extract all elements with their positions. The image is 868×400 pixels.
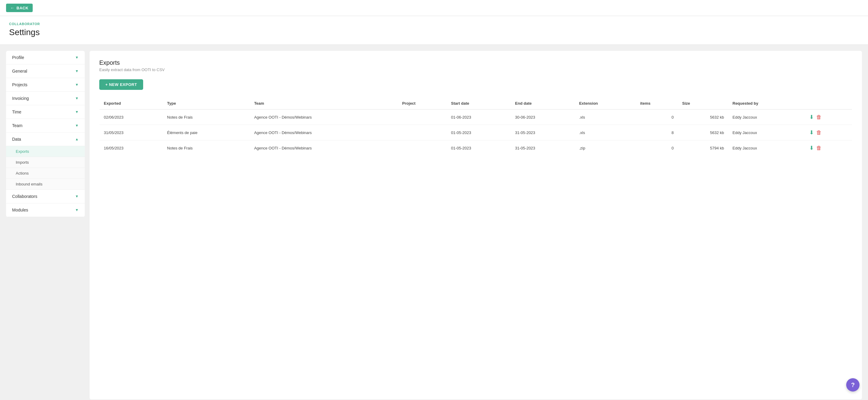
cell-exported: 31/05/2023 xyxy=(100,125,163,141)
sidebar-item-label: Collaborators xyxy=(12,194,37,199)
cell-exported: 02/06/2023 xyxy=(100,110,163,125)
data-subitems: Exports Imports Actions Inbound emails xyxy=(6,146,85,190)
cell-start-date: 01-05-2023 xyxy=(447,125,511,141)
cell-size: 5632 kb xyxy=(678,110,728,125)
help-button[interactable]: ? xyxy=(846,378,860,392)
sidebar-item-label: Profile xyxy=(12,55,24,60)
sidebar-item-modules[interactable]: Modules ▼ xyxy=(6,203,85,217)
sidebar-subitem-imports[interactable]: Imports xyxy=(6,157,85,168)
new-export-button[interactable]: + NEW EXPORT xyxy=(99,79,143,90)
breadcrumb: COLLABORATOR xyxy=(9,22,859,26)
chevron-down-icon: ▼ xyxy=(75,208,79,212)
col-size: Size xyxy=(678,97,728,110)
sidebar-item-label: Team xyxy=(12,123,22,128)
cell-items: 0 xyxy=(636,110,678,125)
chevron-down-icon: ▼ xyxy=(75,110,79,114)
cell-type: Notes de Frais xyxy=(163,110,250,125)
cell-team: Agence OOTI - Démos/Webinars xyxy=(250,125,398,141)
cell-end-date: 31-05-2023 xyxy=(511,141,575,156)
delete-icon[interactable]: 🗑 xyxy=(816,129,822,136)
sidebar-item-general[interactable]: General ▼ xyxy=(6,64,85,78)
main-content: Exports Easily extract data from OOTI to… xyxy=(90,51,862,399)
cell-size: 5632 kb xyxy=(678,125,728,141)
sidebar-item-profile[interactable]: Profile ▼ xyxy=(6,51,85,64)
top-bar: ← BACK xyxy=(0,0,868,16)
page-header: COLLABORATOR Settings xyxy=(0,16,868,45)
chevron-down-icon: ▼ xyxy=(75,69,79,73)
cell-row-actions: ⬇ 🗑 xyxy=(805,110,852,125)
back-button[interactable]: ← BACK xyxy=(6,4,33,12)
sidebar-item-label: Data xyxy=(12,137,21,142)
sidebar-item-label: Projects xyxy=(12,82,28,87)
col-actions xyxy=(805,97,852,110)
cell-start-date: 01-05-2023 xyxy=(447,141,511,156)
sidebar-subitem-exports[interactable]: Exports xyxy=(6,146,85,157)
download-icon[interactable]: ⬇ xyxy=(809,129,814,136)
col-extension: Extension xyxy=(575,97,636,110)
chevron-down-icon: ▼ xyxy=(75,194,79,198)
exports-table: Exported Type Team Project Start date En… xyxy=(99,97,852,156)
back-arrow-icon: ← xyxy=(10,5,15,10)
cell-requested-by: Eddy Jaccoux xyxy=(728,141,805,156)
cell-items: 8 xyxy=(636,125,678,141)
col-project: Project xyxy=(398,97,447,110)
chevron-up-icon: ▲ xyxy=(75,137,79,141)
chevron-down-icon: ▼ xyxy=(75,96,79,100)
download-icon[interactable]: ⬇ xyxy=(809,145,814,151)
cell-end-date: 31-05-2023 xyxy=(511,125,575,141)
page-title: Settings xyxy=(9,28,859,37)
table-row: 16/05/2023 Notes de Frais Agence OOTI - … xyxy=(100,141,852,156)
sidebar-item-data[interactable]: Data ▲ xyxy=(6,132,85,146)
col-start-date: Start date xyxy=(447,97,511,110)
col-requested-by: Requested by xyxy=(728,97,805,110)
col-team: Team xyxy=(250,97,398,110)
sidebar-item-label: Modules xyxy=(12,208,28,212)
table-row: 02/06/2023 Notes de Frais Agence OOTI - … xyxy=(100,110,852,125)
sidebar-item-team[interactable]: Team ▼ xyxy=(6,119,85,132)
section-subtitle: Easily extract data from OOTI to CSV xyxy=(99,67,852,72)
cell-exported: 16/05/2023 xyxy=(100,141,163,156)
sidebar-item-time[interactable]: Time ▼ xyxy=(6,105,85,119)
cell-team: Agence OOTI - Démos/Webinars xyxy=(250,141,398,156)
cell-start-date: 01-06-2023 xyxy=(447,110,511,125)
sidebar-subitem-actions[interactable]: Actions xyxy=(6,168,85,179)
cell-type: Éléments de paie xyxy=(163,125,250,141)
chevron-down-icon: ▼ xyxy=(75,55,79,60)
sidebar-item-label: General xyxy=(12,69,27,73)
sidebar-item-invoicing[interactable]: Invoicing ▼ xyxy=(6,92,85,105)
col-end-date: End date xyxy=(511,97,575,110)
sidebar-item-label: Invoicing xyxy=(12,96,29,101)
cell-project xyxy=(398,141,447,156)
chevron-down-icon: ▼ xyxy=(75,123,79,128)
table-row: 31/05/2023 Éléments de paie Agence OOTI … xyxy=(100,125,852,141)
main-layout: Profile ▼ General ▼ Projects ▼ Invoicing… xyxy=(0,45,868,400)
cell-end-date: 30-06-2023 xyxy=(511,110,575,125)
sidebar: Profile ▼ General ▼ Projects ▼ Invoicing… xyxy=(6,51,85,217)
cell-requested-by: Eddy Jaccoux xyxy=(728,110,805,125)
cell-type: Notes de Frais xyxy=(163,141,250,156)
col-items: items xyxy=(636,97,678,110)
cell-row-actions: ⬇ 🗑 xyxy=(805,125,852,141)
cell-size: 5794 kb xyxy=(678,141,728,156)
cell-items: 0 xyxy=(636,141,678,156)
sidebar-item-projects[interactable]: Projects ▼ xyxy=(6,78,85,92)
col-exported: Exported xyxy=(100,97,163,110)
delete-icon[interactable]: 🗑 xyxy=(816,145,822,151)
download-icon[interactable]: ⬇ xyxy=(809,114,814,120)
chevron-down-icon: ▼ xyxy=(75,83,79,87)
delete-icon[interactable]: 🗑 xyxy=(816,114,822,120)
sidebar-item-collaborators[interactable]: Collaborators ▼ xyxy=(6,190,85,203)
sidebar-subitem-inbound-emails[interactable]: Inbound emails xyxy=(6,179,85,190)
cell-extension: .zip xyxy=(575,141,636,156)
section-title: Exports xyxy=(99,59,852,66)
cell-extension: .xls xyxy=(575,110,636,125)
cell-extension: .xls xyxy=(575,125,636,141)
cell-team: Agence OOTI - Démos/Webinars xyxy=(250,110,398,125)
cell-row-actions: ⬇ 🗑 xyxy=(805,141,852,156)
sidebar-item-label: Time xyxy=(12,110,22,114)
cell-requested-by: Eddy Jaccoux xyxy=(728,125,805,141)
cell-project xyxy=(398,125,447,141)
cell-project xyxy=(398,110,447,125)
col-type: Type xyxy=(163,97,250,110)
